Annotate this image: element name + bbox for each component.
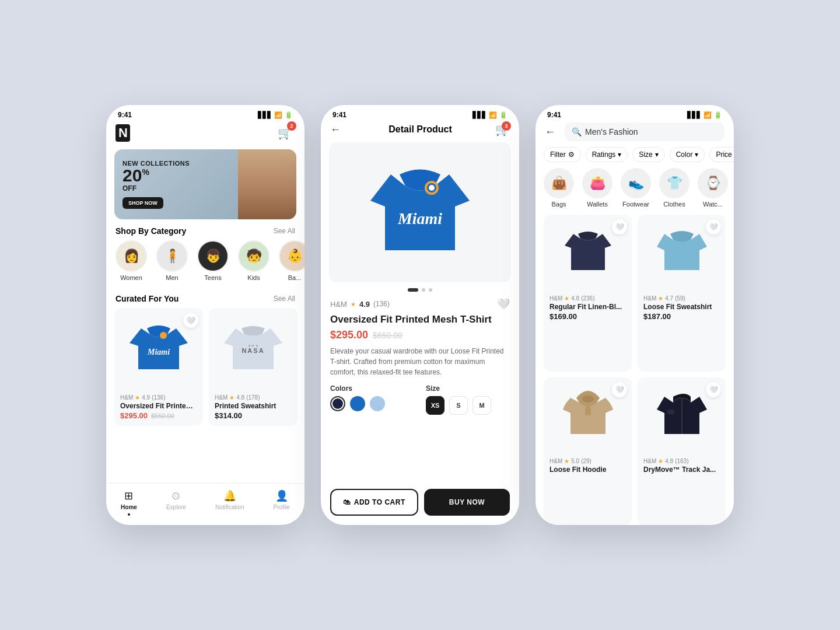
category-men[interactable]: 🧍 Men <box>156 240 188 281</box>
wishlist-3[interactable]: 🤍 <box>612 382 627 397</box>
cat-footwear-label: Footwear <box>622 201 649 208</box>
cat-watches[interactable]: ⌚ Watc... <box>698 168 728 208</box>
size-s[interactable]: S <box>449 396 468 415</box>
wishlist-icon-detail[interactable]: 🤍 <box>497 298 510 310</box>
category-teens[interactable]: 👦 Teens <box>197 240 229 281</box>
detail-brand: H&M <box>330 300 347 309</box>
bottom-navigation: ⊞ Home ⊙ Explore 🔔 Notification 👤 Profil… <box>106 483 304 525</box>
ratings-chevron-icon: ▾ <box>618 150 621 159</box>
cat-footwear[interactable]: 👟 Footwear <box>621 168 651 208</box>
blue-sweatshirt-image <box>656 223 708 282</box>
detail-original-price: $650.00 <box>373 331 402 340</box>
svg-rect-11 <box>667 410 674 414</box>
size-xs[interactable]: XS <box>426 396 444 415</box>
detail-header: ← Detail Product 🛒 3 <box>321 123 519 142</box>
status-icons-2: ▋▋▋ 📶 🔋 <box>473 111 508 119</box>
filter-chip-size[interactable]: Size ▾ <box>632 147 664 162</box>
profile-icon: 👤 <box>275 489 288 502</box>
color-blue[interactable] <box>350 396 365 411</box>
cat-bags[interactable]: 👜 Bags <box>544 168 574 208</box>
color-options: Colors <box>330 384 414 415</box>
category-kids[interactable]: 🧒 Kids <box>238 240 270 281</box>
price-plain-2: $314.00 <box>215 411 242 420</box>
result-product-2[interactable]: 🤍 H&M ★ 4.7 (59) Loose Fit Sweatshirt $1… <box>638 215 726 372</box>
cart-bag-icon: 🛍 <box>343 498 351 506</box>
filter-settings-icon: ⚙ <box>568 150 575 159</box>
filter-chip-price[interactable]: Price ▾ <box>709 147 734 162</box>
search-results-grid: 🤍 H&M ★ 4.8 (236) Regular Fit Linen-Bl..… <box>536 215 734 525</box>
detail-price: $295.00 <box>330 329 368 341</box>
result-product-1[interactable]: 🤍 H&M ★ 4.8 (236) Regular Fit Linen-Bl..… <box>544 215 632 372</box>
cat-clothes-label: Clothes <box>663 201 685 208</box>
filter-row: Filter ⚙ Ratings ▾ Size ▾ Color ▾ Price … <box>536 147 734 168</box>
category-see-all[interactable]: See All <box>274 227 295 235</box>
name-r3: Loose Fit Hoodie <box>550 466 626 474</box>
dot-1[interactable] <box>408 288 418 292</box>
cart-badge-1: 2 <box>287 121 296 131</box>
back-button[interactable]: ← <box>330 124 341 136</box>
category-women-label: Women <box>120 274 142 281</box>
nav-explore[interactable]: ⊙ Explore <box>166 489 186 516</box>
categories-row: 👩 Women 🧍 Men 👦 Teens 🧒 Kids 👶 Ba... <box>106 240 304 287</box>
wishlist-4[interactable]: 🤍 <box>706 382 721 397</box>
detail-product-name: Oversized Fit Printed Mesh T-Shirt <box>330 314 510 326</box>
search-icon: 🔍 <box>572 127 582 136</box>
back-button-3[interactable]: ← <box>545 126 555 138</box>
result-product-4[interactable]: 🤍 H&M ★ 4.8 (163) DryMove™ <box>638 377 726 526</box>
status-bar-3: 9:41 ▋▋▋ 📶 🔋 <box>536 105 734 123</box>
category-women[interactable]: 👩 Women <box>116 240 147 281</box>
cat-clothes[interactable]: 👕 Clothes <box>659 168 690 208</box>
category-baby[interactable]: 👶 Ba... <box>279 240 304 281</box>
color-navy[interactable] <box>330 396 345 411</box>
cat-wallets[interactable]: 👛 Wallets <box>582 168 612 208</box>
explore-icon: ⊙ <box>172 489 180 502</box>
dot-3[interactable] <box>429 288 432 292</box>
nav-notification[interactable]: 🔔 Notification <box>215 489 244 516</box>
time-2: 9:41 <box>332 111 346 119</box>
phone1-header: N 🛒 2 <box>106 123 304 149</box>
size-m[interactable]: M <box>473 396 491 415</box>
svg-text:Miami: Miami <box>397 209 442 228</box>
status-icons-3: ▋▋▋ 📶 🔋 <box>687 111 722 119</box>
dot-2[interactable] <box>422 288 425 292</box>
filter-chip-color[interactable]: Color ▾ <box>670 147 705 162</box>
name-r2: Loose Fit Sweatshirt <box>643 303 720 311</box>
result-product-3[interactable]: 🤍 H&M ★ 5.0 (29) Loose Fit <box>544 377 632 526</box>
wishlist-2[interactable]: 🤍 <box>706 219 721 235</box>
cat-bags-label: Bags <box>551 201 566 208</box>
filter-chip-ratings[interactable]: Ratings ▾ <box>586 147 628 162</box>
cart-badge-2: 3 <box>502 121 511 131</box>
nav-home[interactable]: ⊞ Home <box>121 489 137 516</box>
product-miami-shirt[interactable]: 🤍 Miami H&M ★ 4.9 (136) <box>114 308 203 426</box>
shop-now-button[interactable]: SHOP NOW <box>123 197 163 209</box>
wishlist-1[interactable]: 🤍 <box>612 219 627 235</box>
color-swatches <box>330 396 414 411</box>
dark-tshirt-image <box>562 223 614 282</box>
detail-reviews: (136) <box>373 300 390 308</box>
search-bar[interactable]: 🔍 Men's Fashion <box>565 123 724 141</box>
status-icons-1: ▋▋▋ 📶 🔋 <box>258 111 293 119</box>
signal-icon: ▋▋▋ <box>258 111 272 119</box>
color-lightblue[interactable] <box>370 396 385 411</box>
buy-now-button[interactable]: BUY NOW <box>424 489 510 516</box>
product-name-2: Printed Sweatshirt <box>215 402 292 410</box>
product-detail-info: H&M ★ 4.9 (136) 🤍 Oversized Fit Printed … <box>321 298 519 483</box>
add-to-cart-button[interactable]: 🛍 ADD TO CART <box>330 489 418 516</box>
nasa-sweatshirt-image: NASA ✦ ✦ ✦ <box>218 317 288 381</box>
cart-button-2[interactable]: 🛒 3 <box>495 123 510 136</box>
curated-title: Curated For You <box>116 294 178 303</box>
logo-letter: N <box>116 124 130 142</box>
size-label: Size <box>426 384 510 393</box>
promo-banner[interactable]: NEW COLLECTIONS 20% OFF SHOP NOW <box>114 149 296 219</box>
action-buttons: 🛍 ADD TO CART BUY NOW <box>321 483 519 525</box>
wishlist-btn-1[interactable]: 🤍 <box>183 313 198 328</box>
filter-chip-filter[interactable]: Filter ⚙ <box>544 147 581 162</box>
cart-button-1[interactable]: 🛒 2 <box>274 123 295 144</box>
ratings-label: Ratings <box>592 150 616 159</box>
price-current-1: $295.00 <box>120 411 148 420</box>
banner-discount: 20% <box>123 167 190 184</box>
curated-see-all[interactable]: See All <box>274 295 295 303</box>
nav-profile[interactable]: 👤 Profile <box>274 489 290 516</box>
search-text: Men's Fashion <box>585 127 638 136</box>
product-nasa-sweatshirt[interactable]: NASA ✦ ✦ ✦ H&M ★ 4.8 (178) Printed Sweat… <box>209 308 298 426</box>
